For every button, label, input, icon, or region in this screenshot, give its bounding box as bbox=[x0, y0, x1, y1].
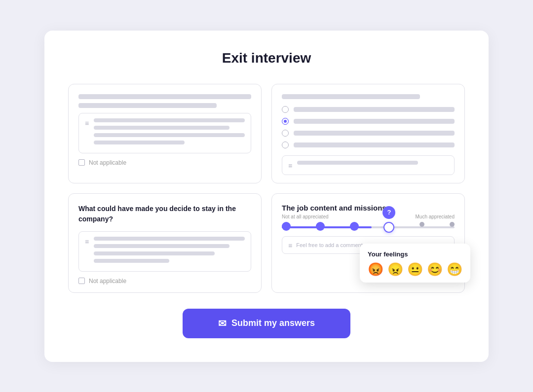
radio-row-1[interactable] bbox=[282, 106, 455, 113]
comment-placeholder-text: Feel free to add a comment bbox=[296, 242, 363, 248]
feelings-title: Your feelings bbox=[368, 250, 462, 258]
slider-dot-2 bbox=[316, 222, 325, 231]
skeleton-bar bbox=[94, 251, 215, 255]
card-1: ≡ Not applicable bbox=[68, 84, 262, 183]
not-applicable-row: Not applicable bbox=[78, 159, 251, 166]
radio-2[interactable] bbox=[282, 118, 289, 125]
card-4: The job content and missions Not at all … bbox=[271, 193, 465, 293]
cards-grid: ≡ Not applicable bbox=[68, 84, 465, 293]
not-applicable-row: Not applicable bbox=[78, 278, 251, 285]
textarea-placeholder[interactable]: ≡ bbox=[78, 231, 251, 272]
skeleton-bar bbox=[294, 107, 455, 112]
feelings-tooltip: Your feelings 😡 😠 😐 😊 😁 bbox=[360, 244, 470, 283]
skeleton-bar bbox=[94, 237, 245, 241]
text-icon: ≡ bbox=[288, 162, 292, 170]
text-icon: ≡ bbox=[85, 238, 89, 246]
radio-1[interactable] bbox=[282, 106, 289, 113]
skeleton-bar bbox=[78, 94, 251, 99]
skeleton-bar bbox=[294, 131, 455, 136]
slider-dot-1 bbox=[282, 222, 291, 231]
emoji-happy[interactable]: 😊 bbox=[427, 263, 443, 276]
textarea-lines bbox=[297, 161, 448, 168]
slider-labels: Not at all appreciated Much appreciated bbox=[282, 214, 455, 219]
slider-dot-6 bbox=[450, 222, 455, 227]
radio-row-2[interactable] bbox=[282, 118, 455, 125]
skeleton-bar bbox=[94, 141, 184, 144]
comment-icon: ≡ bbox=[288, 242, 292, 249]
not-applicable-checkbox[interactable] bbox=[78, 159, 85, 166]
radio-4[interactable] bbox=[282, 142, 289, 148]
slider-dots: ? bbox=[282, 222, 455, 233]
question-text: What could have made you decide to stay … bbox=[78, 204, 251, 224]
skeleton-bar bbox=[94, 126, 229, 130]
skeleton-bar bbox=[294, 119, 455, 124]
page-title: Exit interview bbox=[68, 50, 465, 66]
skeleton-bar bbox=[78, 103, 217, 108]
comment-placeholder[interactable]: ≡ bbox=[282, 155, 455, 175]
skeleton-bar bbox=[297, 161, 418, 165]
not-applicable-checkbox[interactable] bbox=[78, 278, 85, 284]
card-4-title: The job content and missions bbox=[282, 204, 455, 212]
not-applicable-label: Not applicable bbox=[89, 159, 126, 166]
submit-button[interactable]: ✉ Submit my answers bbox=[183, 309, 350, 338]
envelope-icon: ✉ bbox=[218, 318, 227, 329]
emoji-angry[interactable]: 😠 bbox=[387, 263, 403, 276]
not-applicable-label: Not applicable bbox=[89, 278, 126, 285]
question-bubble: ? bbox=[382, 206, 395, 219]
skeleton-bar bbox=[282, 94, 420, 99]
card-3: What could have made you decide to stay … bbox=[68, 193, 262, 293]
textarea-lines bbox=[94, 237, 245, 266]
skeleton-bar bbox=[94, 118, 245, 122]
slider-label-right: Much appreciated bbox=[416, 214, 455, 219]
submit-area: ✉ Submit my answers bbox=[68, 309, 465, 338]
skeleton-bar bbox=[94, 244, 229, 248]
slider-dot-3 bbox=[350, 222, 359, 231]
main-container: Exit interview ≡ Not applicable bbox=[44, 31, 489, 362]
emoji-row: 😡 😠 😐 😊 😁 bbox=[368, 263, 462, 276]
textarea-placeholder[interactable]: ≡ bbox=[78, 113, 251, 153]
text-icon: ≡ bbox=[85, 119, 89, 127]
submit-label: Submit my answers bbox=[231, 318, 315, 328]
skeleton-bar bbox=[94, 259, 169, 263]
slider-track-container[interactable]: ? bbox=[282, 226, 455, 228]
emoji-very-happy[interactable]: 😁 bbox=[447, 263, 462, 276]
skeleton-bar bbox=[294, 143, 455, 147]
textarea-lines bbox=[94, 118, 245, 148]
emoji-neutral[interactable]: 😐 bbox=[407, 263, 423, 276]
skeleton-bar bbox=[94, 133, 245, 137]
card-2: ≡ bbox=[271, 84, 465, 183]
radio-3[interactable] bbox=[282, 130, 289, 137]
slider-thumb[interactable]: ? bbox=[383, 222, 394, 233]
slider-dot-5 bbox=[419, 222, 424, 227]
radio-row-4[interactable] bbox=[282, 142, 455, 148]
radio-row-3[interactable] bbox=[282, 130, 455, 137]
slider-label-left: Not at all appreciated bbox=[282, 214, 329, 219]
emoji-very-angry[interactable]: 😡 bbox=[368, 263, 383, 276]
